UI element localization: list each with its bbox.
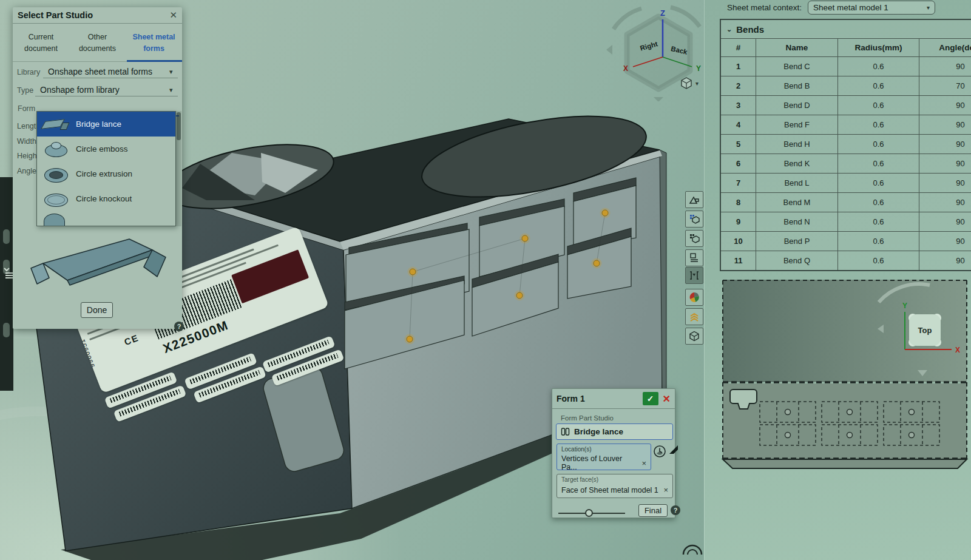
bend-cell[interactable]: Bend C <box>756 57 837 76</box>
form-item-bridge-lance[interactable]: Bridge lance <box>37 112 175 137</box>
tab-other-documents[interactable]: Other documents <box>69 24 126 62</box>
bend-cell[interactable]: 0.6 <box>837 135 919 153</box>
close-icon[interactable]: ✕ <box>169 10 177 21</box>
bend-cell[interactable]: Bend P <box>756 232 837 251</box>
flat-pattern-icon[interactable] <box>685 267 703 284</box>
selection-dot[interactable] <box>600 208 611 218</box>
bend-cell[interactable]: 0.6 <box>837 96 919 115</box>
flat-pattern-viewport[interactable]: Top Y X <box>704 273 971 479</box>
bend-cell[interactable]: 90 <box>919 115 971 134</box>
bend-row[interactable]: 10Bend P0.690 <box>721 231 971 251</box>
bend-cell[interactable]: 0.6 <box>837 251 919 270</box>
layers-icon[interactable] <box>685 308 703 325</box>
bend-cell[interactable]: 90 <box>919 96 971 115</box>
bend-cell[interactable]: 0.6 <box>837 212 919 231</box>
form-punch-icon[interactable] <box>685 191 703 208</box>
bend-row[interactable]: 4Bend F0.690 <box>721 115 971 134</box>
help-icon[interactable]: ? <box>174 322 184 331</box>
bend-row[interactable]: 6Bend K0.690 <box>721 153 971 173</box>
sheet-metal-context-dropdown[interactable]: Sheet metal model 1 ▾ <box>808 1 935 15</box>
bend-cell[interactable]: 8 <box>721 193 756 212</box>
bend-cell[interactable]: Bend K <box>756 154 837 173</box>
flat-orientation-label[interactable]: Top <box>918 326 932 335</box>
cube-icon[interactable] <box>685 328 703 345</box>
accept-button[interactable]: ✓ <box>643 392 658 405</box>
bend-cell[interactable]: 0.6 <box>837 76 919 95</box>
target-faces-field[interactable]: Target face(s) Face of Sheet metal model… <box>557 474 673 498</box>
bend-cell[interactable]: 7 <box>721 174 756 192</box>
sheet-metal-combined-icon[interactable] <box>685 230 703 247</box>
bend-cell[interactable]: 90 <box>919 232 971 251</box>
bend-row[interactable]: 2Bend B0.670 <box>721 76 971 95</box>
bend-cell[interactable]: 5 <box>721 135 756 153</box>
bend-cell[interactable]: 3 <box>721 96 756 115</box>
color-pie-icon[interactable] <box>685 289 703 306</box>
form-item-circle-emboss[interactable]: Circle emboss <box>37 137 175 161</box>
view-options-button[interactable]: ▾ <box>680 76 699 90</box>
chevron-down-icon[interactable]: ▾ <box>169 86 173 94</box>
sheet-metal-grid-icon[interactable] <box>685 211 703 228</box>
tab-current-document[interactable]: Current document <box>13 24 69 62</box>
bend-cell[interactable]: 0.6 <box>837 57 919 76</box>
clock-icon[interactable] <box>653 445 666 458</box>
bend-cell[interactable]: 0.6 <box>837 115 919 134</box>
scrollbar-thumb[interactable] <box>177 112 181 140</box>
bend-cell[interactable]: Bend N <box>756 212 837 231</box>
bend-row[interactable]: 3Bend D0.690 <box>721 95 971 115</box>
pan-down-arrow-icon[interactable] <box>654 97 663 101</box>
help-icon[interactable]: ? <box>671 505 680 515</box>
bend-cell[interactable]: 6 <box>721 154 756 173</box>
cancel-button[interactable]: ✕ <box>663 393 671 405</box>
form-item-partial[interactable] <box>37 211 175 223</box>
bend-row[interactable]: 8Bend M0.690 <box>721 192 971 212</box>
selection-dot[interactable] <box>592 258 602 269</box>
bend-cell[interactable]: 4 <box>721 115 756 134</box>
locations-field[interactable]: Location(s) Vertices of Louver Pa... × <box>557 444 651 470</box>
bend-cell[interactable]: Bend B <box>756 76 837 95</box>
pan-left-arrow-icon[interactable] <box>606 45 612 55</box>
chevron-down-icon[interactable]: ▾ <box>169 68 173 76</box>
selection-dot[interactable] <box>520 234 530 244</box>
bend-cell[interactable]: 90 <box>919 193 971 212</box>
done-button[interactable]: Done <box>81 302 113 318</box>
final-button[interactable]: Final <box>638 504 668 517</box>
bend-cell[interactable]: 9 <box>721 212 756 231</box>
bend-cell[interactable]: Bend L <box>756 174 837 192</box>
bend-cell[interactable]: 0.6 <box>837 154 919 173</box>
selection-dot[interactable] <box>405 334 415 345</box>
bend-row[interactable]: 9Bend N0.690 <box>721 212 971 231</box>
bend-cell[interactable]: 90 <box>919 251 971 270</box>
bend-cell[interactable]: Bend M <box>756 193 837 212</box>
bend-cell[interactable]: 90 <box>919 174 971 192</box>
selection-arrow-icon[interactable] <box>668 444 680 456</box>
bend-cell[interactable]: 70 <box>919 76 971 95</box>
bend-row[interactable]: 5Bend H0.690 <box>721 134 971 153</box>
bend-cell[interactable]: 90 <box>919 212 971 231</box>
form-list-scrollbar[interactable] <box>176 111 181 226</box>
bend-cell[interactable]: Bend H <box>756 135 837 153</box>
bend-cell[interactable]: 90 <box>919 57 971 76</box>
selection-dot[interactable] <box>408 267 418 277</box>
bend-cell[interactable]: Bend Q <box>756 251 837 270</box>
form-item-circle-knockout[interactable]: Circle knockout <box>37 186 175 211</box>
bend-row[interactable]: 7Bend L0.690 <box>721 173 971 192</box>
remove-selection-icon[interactable]: × <box>663 485 668 494</box>
bend-cell[interactable]: 0.6 <box>837 193 919 212</box>
flat-view-cube[interactable]: Top <box>908 314 941 346</box>
bend-cell[interactable]: Bend D <box>756 96 837 115</box>
bend-cell[interactable]: 90 <box>919 135 971 153</box>
form-slider-handle[interactable] <box>585 509 593 517</box>
remove-selection-icon[interactable]: × <box>641 459 646 468</box>
form-part-field[interactable]: Bridge lance <box>556 423 673 440</box>
library-select[interactable]: Onshape sheet metal forms <box>48 67 152 76</box>
tab-sheet-metal-forms[interactable]: Sheet metal forms <box>126 24 182 62</box>
sheet-metal-model-icon[interactable] <box>685 249 703 266</box>
bend-cell[interactable]: 0.6 <box>837 174 919 192</box>
bend-cell[interactable]: 11 <box>721 251 756 270</box>
bend-cell[interactable]: 0.6 <box>837 232 919 251</box>
bend-cell[interactable]: 2 <box>721 76 756 95</box>
bends-section-header[interactable]: ⌄ Bends <box>721 20 971 38</box>
bend-cell[interactable]: 90 <box>919 154 971 173</box>
bend-cell[interactable]: 10 <box>721 232 756 251</box>
bend-row[interactable]: 11Bend Q0.690 <box>721 251 971 270</box>
